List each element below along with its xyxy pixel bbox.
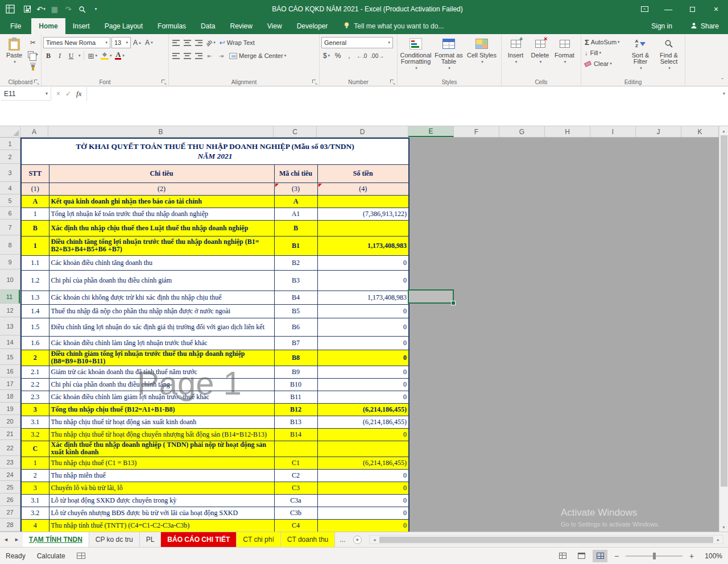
zoom-out-button[interactable]: −	[611, 551, 622, 561]
cell-styles-button[interactable]: Cell Styles ▾	[465, 35, 498, 71]
format-painter-button[interactable]	[27, 61, 39, 72]
status-calculate[interactable]: Calculate	[37, 552, 65, 560]
ribbon-tab-view[interactable]: View	[260, 18, 289, 34]
cell-stt[interactable]: 1	[21, 208, 49, 220]
column-header-b[interactable]: B	[48, 126, 274, 137]
insert-function-icon[interactable]: fx	[76, 89, 81, 98]
sheet-title-cell[interactable]: TỜ KHAI QUYẾT TOÁN THUẾ THU NHẬP DOANH N…	[21, 138, 409, 164]
column-header-k[interactable]: K	[681, 126, 719, 137]
cell-value[interactable]: 1,173,408,983	[317, 236, 409, 255]
column-header-d[interactable]: D	[317, 126, 408, 137]
cell-stt[interactable]: 3	[21, 403, 49, 416]
autosum-button[interactable]: ΣAutoSum▾	[583, 37, 626, 47]
cell-value[interactable]: 0	[317, 469, 409, 482]
page-break-preview-button[interactable]	[593, 550, 607, 562]
row-header-25[interactable]: 25	[0, 481, 20, 494]
column-index-3[interactable]: (3)	[274, 183, 317, 195]
cell-value[interactable]: (6,214,186,455)	[317, 416, 409, 428]
ribbon-tab-home[interactable]: Home	[31, 18, 65, 34]
cell-value[interactable]: 0	[317, 378, 409, 391]
cell-label[interactable]: Giảm trừ các khoản doanh thu đã tính thu…	[49, 366, 274, 378]
row-header-17[interactable]: 17	[0, 378, 20, 390]
cell-stt[interactable]: 4	[21, 519, 49, 532]
zoom-in-button[interactable]: +	[686, 551, 697, 561]
cell-stt[interactable]: 2.2	[21, 378, 49, 391]
cell-label[interactable]: Thu nhập chịu thuế từ hoạt động sản xuất…	[49, 416, 274, 428]
cell-value[interactable]: (6,214,186,455)	[317, 457, 409, 469]
cell-label[interactable]: Chuyển lỗ và bù trừ lãi, lỗ	[49, 482, 274, 494]
cell-value[interactable]: 0	[317, 391, 409, 403]
cancel-icon[interactable]: ×	[56, 90, 60, 98]
alignment-dialog-launcher-icon[interactable]	[312, 80, 317, 85]
copy-button[interactable]: ▾	[27, 49, 39, 60]
ribbon-tab-data[interactable]: Data	[193, 18, 222, 34]
cell-code[interactable]	[274, 441, 317, 457]
row-header-2[interactable]: 2	[0, 150, 20, 164]
row-header-16[interactable]: 16	[0, 365, 20, 378]
cell-stt[interactable]: 1.2	[21, 270, 49, 291]
cell-code[interactable]: B4	[274, 291, 317, 304]
row-header-6[interactable]: 6	[0, 207, 20, 219]
fill-button[interactable]: ↓Fill▾	[583, 48, 626, 58]
sort-filter-button[interactable]: Sort & Filter ▾	[626, 35, 655, 77]
cell-stt[interactable]: 1.4	[21, 304, 49, 318]
zoom-level[interactable]: 100%	[701, 552, 722, 560]
comma-style-button[interactable]: ,	[344, 50, 354, 61]
ribbon-tab-developer[interactable]: Developer	[289, 18, 336, 34]
row-header-1[interactable]: 1	[0, 138, 20, 150]
cell-label[interactable]: Điều chỉnh giảm tổng lợi nhuận trước thu…	[49, 350, 274, 366]
column-index-2[interactable]: (2)	[49, 183, 274, 195]
increase-indent-button[interactable]: ⇥	[216, 50, 226, 61]
cell-value[interactable]: 0	[317, 428, 409, 441]
column-title-4[interactable]: Số tiền	[317, 164, 409, 183]
cell-stt[interactable]: 3.1	[21, 416, 49, 428]
column-header-a[interactable]: A	[20, 126, 48, 137]
row-header-8[interactable]: 8	[0, 235, 20, 255]
cell-value[interactable]: (6,214,186,455)	[317, 403, 409, 416]
cell-label[interactable]: Chi phí của phần doanh thu điều chỉnh gi…	[49, 270, 274, 291]
share-button[interactable]: Share	[681, 18, 728, 34]
column-header-h[interactable]: H	[545, 126, 590, 137]
cell-value[interactable]: 1,173,408,983	[317, 291, 409, 304]
close-button[interactable]: ×	[704, 0, 728, 18]
cell-value[interactable]: (7,386,913,122)	[317, 208, 409, 220]
cell-stt[interactable]: 1.6	[21, 336, 49, 350]
sheet-tab-ct-chi-phi[interactable]: CT chi phí	[237, 532, 280, 547]
cell-code[interactable]: B2	[274, 255, 317, 270]
column-title-2[interactable]: Chi tiêu	[49, 164, 274, 183]
cell-value[interactable]: 0	[317, 494, 409, 507]
cell-value[interactable]: 0	[317, 255, 409, 270]
font-name-select[interactable]: Times New Roma▾	[43, 37, 110, 48]
cell-label[interactable]: Lỗ từ chuyển nhượng BĐS được bù trừ với …	[49, 507, 274, 519]
cell-label[interactable]: Thu nhập chịu thuế từ hoạt động chuyển n…	[49, 428, 274, 441]
cell-label[interactable]: Thu nhập tính thuế (TNTT) (C4=C1-C2-C3a-…	[49, 519, 274, 532]
sheet-nav-right-icon[interactable]: ►	[14, 537, 19, 542]
sheet-tab-bao-cao-chi-tiet[interactable]: BÁO CÁO CHI TIẾT	[161, 532, 237, 547]
borders-button[interactable]: ⊞▾	[87, 50, 98, 61]
conditional-formatting-button[interactable]: Conditional Formatting ▾	[399, 35, 432, 71]
cell-stt[interactable]: B	[21, 220, 49, 236]
zoom-slider-thumb[interactable]	[653, 553, 656, 559]
cell-label[interactable]: Các khoản điều chỉnh tăng doanh thu	[49, 255, 274, 270]
zoom-slider[interactable]	[626, 555, 682, 557]
horizontal-scrollbar[interactable]: ◄ ►	[369, 535, 723, 544]
formula-input[interactable]	[87, 87, 728, 101]
column-header-e[interactable]: E	[408, 126, 454, 137]
cell-value[interactable]: 0	[317, 482, 409, 494]
select-all-corner[interactable]	[0, 126, 20, 137]
font-dialog-launcher-icon[interactable]	[162, 80, 167, 85]
ribbon-tab-insert[interactable]: Insert	[65, 18, 97, 34]
cell-stt[interactable]: 1.3	[21, 291, 49, 304]
cell-stt[interactable]: 2.3	[21, 391, 49, 403]
row-header-14[interactable]: 14	[0, 335, 20, 349]
macro-record-icon[interactable]	[77, 553, 85, 559]
cell-code[interactable]: C3	[274, 482, 317, 494]
expand-formula-bar-icon[interactable]: ▾	[723, 91, 725, 96]
cell-code[interactable]: C4	[274, 519, 317, 532]
cell-value[interactable]: 0	[317, 304, 409, 318]
cell-label[interactable]: Xác định thu nhập chịu thuế theo Luật th…	[49, 220, 274, 236]
row-header-19[interactable]: 19	[0, 403, 20, 415]
cell-label[interactable]: Thu nhập miễn thuế	[49, 469, 274, 482]
cell-stt[interactable]: 1.1	[21, 255, 49, 270]
sign-in-button[interactable]: Sign in	[642, 18, 681, 34]
